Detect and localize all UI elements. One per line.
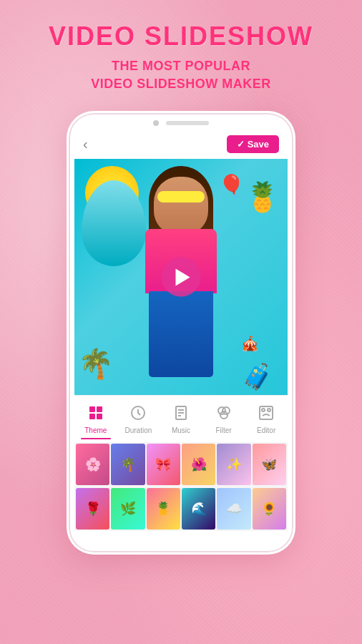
thumb-6[interactable]: 🦋 [253, 444, 286, 485]
toolbar-duration[interactable]: Duration [117, 401, 160, 439]
toolbar-music[interactable]: Music [160, 401, 202, 439]
svg-rect-12 [260, 406, 273, 419]
music-icon [170, 401, 192, 424]
toolbar-theme[interactable]: Theme [74, 401, 117, 439]
filter-icon [212, 401, 235, 424]
thumb-3[interactable]: 🎀 [147, 444, 180, 485]
play-button[interactable] [162, 258, 201, 297]
theme-label: Theme [84, 426, 107, 434]
app-title: VIDEO SLIDESHOW [14, 21, 348, 52]
play-icon [175, 268, 190, 286]
phone-screen: ‹ Save 🌴 🎈 🍍 🎪 [74, 130, 288, 533]
duration-icon [127, 401, 150, 424]
phone-notch [69, 113, 293, 130]
thumb-10[interactable]: 🌊 [182, 488, 215, 530]
app-header: VIDEO SLIDESHOW THE MOST POPULAR VIDEO S… [0, 0, 362, 104]
editor-icon [255, 401, 278, 424]
thumb-8[interactable]: 🌿 [111, 488, 145, 530]
hot-air-balloon-decoration: 🎪 [241, 335, 259, 352]
sunglasses [157, 191, 205, 203]
editor-label: Editor [257, 426, 275, 434]
face [154, 177, 208, 234]
phone-camera [153, 120, 159, 126]
svg-point-13 [262, 409, 265, 411]
palm-decoration: 🌴 [78, 347, 114, 381]
app-topbar: ‹ Save [74, 130, 288, 159]
thumbnails-row-1: 🌸 🌴 🎀 🌺 ✨ 🦋 [74, 442, 288, 487]
theme-underline [81, 438, 111, 439]
thumb-9[interactable]: 🍍 [147, 488, 180, 530]
thumb-2[interactable]: 🌴 [111, 444, 145, 485]
toolbar-editor[interactable]: Editor [245, 401, 288, 439]
photo-preview: 🌴 🎈 🍍 🎪 🧳 [74, 159, 288, 395]
svg-rect-0 [89, 406, 95, 412]
pineapple-decoration: 🍍 [245, 180, 280, 214]
duration-label: Duration [124, 426, 152, 434]
svg-rect-1 [97, 406, 102, 412]
suitcase-decoration: 🧳 [242, 362, 273, 391]
thumb-7[interactable]: 🌹 [76, 488, 109, 530]
toolbar: Theme Duration [74, 395, 288, 442]
save-button[interactable]: Save [227, 135, 279, 153]
svg-rect-2 [89, 414, 95, 419]
thumb-11[interactable]: ☁️ [217, 488, 250, 530]
jeans [149, 291, 213, 377]
theme-icon [84, 401, 107, 424]
app-subtitle: THE MOST POPULAR VIDEO SLIDESHOW MAKER [14, 57, 348, 93]
photo-background: 🌴 🎈 🍍 🎪 🧳 [74, 159, 288, 395]
phone-frame: ‹ Save 🌴 🎈 🍍 🎪 [67, 111, 295, 555]
svg-point-11 [220, 411, 228, 419]
thumb-1[interactable]: 🌸 [76, 444, 109, 485]
phone-speaker [166, 121, 209, 125]
thumb-12[interactable]: 🌻 [253, 488, 286, 530]
thumb-4[interactable]: 🌺 [182, 444, 215, 485]
thumbnails-row-2: 🌹 🌿 🍍 🌊 ☁️ 🌻 [74, 487, 288, 531]
back-button[interactable]: ‹ [83, 136, 88, 152]
filter-label: Filter [215, 426, 231, 434]
toolbar-filter[interactable]: Filter [202, 401, 245, 439]
music-label: Music [172, 426, 190, 434]
svg-rect-3 [97, 414, 102, 419]
phone-mockup: ‹ Save 🌴 🎈 🍍 🎪 [0, 111, 362, 555]
thumb-5[interactable]: ✨ [217, 444, 250, 485]
svg-point-14 [268, 409, 270, 411]
